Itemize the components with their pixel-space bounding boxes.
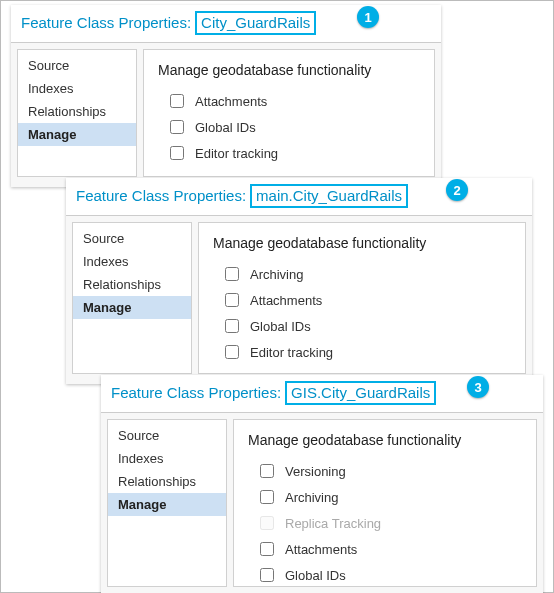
- option-versioning[interactable]: Versioning: [256, 458, 522, 484]
- checkbox-versioning[interactable]: [260, 464, 274, 478]
- callout-badge-2: 2: [446, 179, 468, 201]
- tab-source[interactable]: Source: [108, 424, 226, 447]
- option-label: Editor tracking: [250, 345, 333, 360]
- tab-source[interactable]: Source: [73, 227, 191, 250]
- dialog-title-prefix: Feature Class Properties:: [76, 187, 246, 204]
- dialog-body: Source Indexes Relationships Manage Mana…: [11, 43, 441, 187]
- option-label: Archiving: [250, 267, 303, 282]
- dialog-title-prefix: Feature Class Properties:: [111, 384, 281, 401]
- properties-dialog-1: Feature Class Properties: City_GuardRail…: [11, 5, 441, 187]
- tab-list: Source Indexes Relationships Manage: [72, 222, 192, 374]
- tab-indexes[interactable]: Indexes: [108, 447, 226, 470]
- section-heading: Manage geodatabase functionality: [158, 62, 420, 78]
- properties-dialog-2: Feature Class Properties: main.City_Guar…: [66, 178, 532, 384]
- option-attachments[interactable]: Attachments: [166, 88, 420, 114]
- option-editor-tracking[interactable]: Editor tracking: [166, 140, 420, 166]
- checkbox-editor-tracking[interactable]: [170, 146, 184, 160]
- checkbox-archiving[interactable]: [225, 267, 239, 281]
- option-label: Global IDs: [195, 120, 256, 135]
- feature-class-name-highlight: main.City_GuardRails: [250, 184, 408, 208]
- stage: Feature Class Properties: City_GuardRail…: [0, 0, 554, 593]
- tab-source[interactable]: Source: [18, 54, 136, 77]
- callout-badge-1: 1: [357, 6, 379, 28]
- option-label: Replica Tracking: [285, 516, 381, 531]
- tab-relationships[interactable]: Relationships: [73, 273, 191, 296]
- properties-dialog-3: Feature Class Properties: GIS.City_Guard…: [101, 375, 543, 593]
- option-global-ids[interactable]: Global IDs: [256, 562, 522, 588]
- checkbox-global-ids[interactable]: [170, 120, 184, 134]
- section-heading: Manage geodatabase functionality: [213, 235, 511, 251]
- checkbox-global-ids[interactable]: [260, 568, 274, 582]
- tab-relationships[interactable]: Relationships: [18, 100, 136, 123]
- dialog-body: Source Indexes Relationships Manage Mana…: [101, 413, 543, 593]
- option-archiving[interactable]: Archiving: [256, 484, 522, 510]
- checkbox-attachments[interactable]: [225, 293, 239, 307]
- tab-indexes[interactable]: Indexes: [73, 250, 191, 273]
- option-global-ids[interactable]: Global IDs: [221, 313, 511, 339]
- checkbox-editor-tracking[interactable]: [225, 345, 239, 359]
- option-label: Attachments: [285, 542, 357, 557]
- dialog-title-prefix: Feature Class Properties:: [21, 14, 191, 31]
- feature-class-name-highlight: GIS.City_GuardRails: [285, 381, 436, 405]
- option-global-ids[interactable]: Global IDs: [166, 114, 420, 140]
- tab-list: Source Indexes Relationships Manage: [107, 419, 227, 587]
- callout-badge-3: 3: [467, 376, 489, 398]
- tab-manage[interactable]: Manage: [18, 123, 136, 146]
- feature-class-name-highlight: City_GuardRails: [195, 11, 316, 35]
- checkbox-archiving[interactable]: [260, 490, 274, 504]
- checkbox-attachments[interactable]: [170, 94, 184, 108]
- option-label: Global IDs: [250, 319, 311, 334]
- manage-pane: Manage geodatabase functionality Attachm…: [143, 49, 435, 177]
- section-heading: Manage geodatabase functionality: [248, 432, 522, 448]
- checkbox-replica-tracking: [260, 516, 274, 530]
- option-label: Versioning: [285, 464, 346, 479]
- dialog-body: Source Indexes Relationships Manage Mana…: [66, 216, 532, 384]
- tab-manage[interactable]: Manage: [73, 296, 191, 319]
- option-label: Editor tracking: [195, 146, 278, 161]
- tab-indexes[interactable]: Indexes: [18, 77, 136, 100]
- option-label: Attachments: [250, 293, 322, 308]
- tab-relationships[interactable]: Relationships: [108, 470, 226, 493]
- option-editor-tracking[interactable]: Editor tracking: [256, 588, 522, 593]
- option-label: Archiving: [285, 490, 338, 505]
- option-attachments[interactable]: Attachments: [256, 536, 522, 562]
- option-editor-tracking[interactable]: Editor tracking: [221, 339, 511, 365]
- manage-pane: Manage geodatabase functionality Version…: [233, 419, 537, 587]
- tab-manage[interactable]: Manage: [108, 493, 226, 516]
- manage-pane: Manage geodatabase functionality Archivi…: [198, 222, 526, 374]
- option-attachments[interactable]: Attachments: [221, 287, 511, 313]
- option-label: Attachments: [195, 94, 267, 109]
- checkbox-global-ids[interactable]: [225, 319, 239, 333]
- option-label: Global IDs: [285, 568, 346, 583]
- checkbox-attachments[interactable]: [260, 542, 274, 556]
- option-replica-tracking: Replica Tracking: [256, 510, 522, 536]
- option-archiving[interactable]: Archiving: [221, 261, 511, 287]
- tab-list: Source Indexes Relationships Manage: [17, 49, 137, 177]
